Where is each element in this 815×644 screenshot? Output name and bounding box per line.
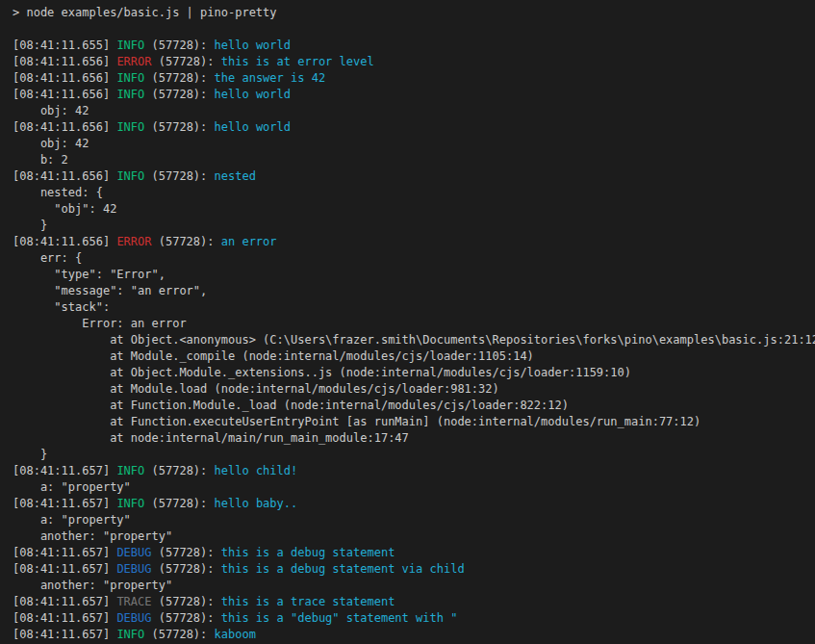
log-timestamp: [08:41:11.657] xyxy=(13,595,116,608)
log-line: [08:41:11.657] TRACE (57728): this is a … xyxy=(13,594,811,610)
log-text: Error: an error xyxy=(13,317,187,330)
log-line: [08:41:11.657] DEBUG (57728): this is a … xyxy=(13,545,811,561)
log-text: at node:internal/main/run_main_module:17… xyxy=(13,431,409,445)
log-line: "message": "an error", xyxy=(13,283,811,299)
log-timestamp: [08:41:11.656] xyxy=(13,71,116,85)
log-line: [08:41:11.657] INFO (57728): hello child… xyxy=(13,463,811,479)
log-level: INFO xyxy=(116,120,144,134)
log-timestamp: [08:41:11.656] xyxy=(13,55,116,68)
log-level: DEBUG xyxy=(116,546,151,559)
log-line: at Object.<anonymous> (C:\Users\frazer.s… xyxy=(13,332,811,348)
log-output: [08:41:11.655] INFO (57728): hello world… xyxy=(13,38,811,643)
log-line: "stack": xyxy=(13,299,811,316)
log-message: this is a debug statement via child xyxy=(221,562,465,576)
terminal-window[interactable]: > node examples/basic.js | pino-pretty [… xyxy=(0,0,815,644)
log-text: a: "property" xyxy=(13,480,131,494)
log-level: INFO xyxy=(116,88,144,101)
log-text: nested: { xyxy=(13,186,103,199)
log-line: at node:internal/main/run_main_module:17… xyxy=(13,430,811,447)
log-line: [08:41:11.656] INFO (57728): hello world xyxy=(13,119,811,136)
log-message: this is a debug statement xyxy=(221,546,395,559)
log-line: at Function.Module._load (node:internal/… xyxy=(13,398,811,414)
log-line: obj: 42 xyxy=(13,103,811,119)
log-line: at Module._compile (node:internal/module… xyxy=(13,348,811,365)
log-level: INFO xyxy=(116,497,144,510)
log-text: (57728): xyxy=(144,628,214,641)
log-message: hello world xyxy=(215,120,291,134)
log-timestamp: [08:41:11.655] xyxy=(13,39,116,52)
log-line: at Module.load (node:internal/modules/cj… xyxy=(13,381,811,398)
log-level: INFO xyxy=(116,464,144,477)
log-level: INFO xyxy=(116,71,144,85)
log-timestamp: [08:41:11.656] xyxy=(13,120,116,134)
log-message: hello child! xyxy=(215,464,298,477)
log-text: "stack": xyxy=(13,300,110,314)
log-line: at Function.executeUserEntryPoint [as ru… xyxy=(13,414,811,430)
log-level: INFO xyxy=(116,169,144,183)
log-timestamp: [08:41:11.657] xyxy=(13,497,116,510)
log-text: (57728): xyxy=(152,546,221,559)
log-text: (57728): xyxy=(152,595,221,608)
log-timestamp: [08:41:11.657] xyxy=(13,464,116,477)
log-line: a: "property" xyxy=(13,512,811,528)
log-line: [08:41:11.657] DEBUG (57728): this is a … xyxy=(13,610,811,627)
log-line: a: "property" xyxy=(13,479,811,496)
log-level: TRACE xyxy=(116,595,151,608)
log-text: } xyxy=(13,448,47,461)
log-text: err: { xyxy=(13,251,82,265)
log-timestamp: [08:41:11.657] xyxy=(13,546,116,559)
log-message: this is a "debug" statement with " xyxy=(221,611,458,625)
log-text: (57728): xyxy=(144,497,214,510)
log-text: } xyxy=(13,219,47,232)
log-timestamp: [08:41:11.657] xyxy=(13,628,116,641)
log-line: "type": "Error", xyxy=(13,267,811,283)
log-text: at Module.load (node:internal/modules/cj… xyxy=(13,382,499,396)
log-line: [08:41:11.656] INFO (57728): nested xyxy=(13,168,811,185)
log-message: hello baby.. xyxy=(215,497,298,510)
log-text: a: "property" xyxy=(13,513,131,527)
log-text: (57728): xyxy=(144,88,214,101)
log-level: INFO xyxy=(116,39,144,52)
log-line: "obj": 42 xyxy=(13,201,811,218)
log-text: another: "property" xyxy=(13,579,172,592)
log-message: an error xyxy=(221,235,277,248)
log-text: obj: 42 xyxy=(13,104,89,117)
log-line: b: 2 xyxy=(13,152,811,168)
log-text: "message": "an error", xyxy=(13,284,207,297)
log-text: at Function.Module._load (node:internal/… xyxy=(13,399,569,412)
log-message: kaboom xyxy=(215,628,256,641)
log-message: nested xyxy=(215,169,256,183)
log-level: DEBUG xyxy=(116,611,151,625)
log-message: hello world xyxy=(215,39,291,52)
log-timestamp: [08:41:11.656] xyxy=(13,235,116,248)
log-line: [08:41:11.656] INFO (57728): the answer … xyxy=(13,70,811,87)
log-text: (57728): xyxy=(152,55,221,68)
log-text: (57728): xyxy=(144,71,214,85)
log-text: (57728): xyxy=(152,235,221,248)
log-timestamp: [08:41:11.656] xyxy=(13,88,116,101)
log-line: [08:41:11.657] INFO (57728): kaboom xyxy=(13,627,811,643)
log-message: this is at error level xyxy=(221,55,374,68)
command-line: > node examples/basic.js | pino-pretty xyxy=(13,5,811,21)
log-level: ERROR xyxy=(116,55,151,68)
log-line: err: { xyxy=(13,250,811,267)
log-text: at Object.Module._extensions..js (node:i… xyxy=(13,366,631,379)
log-line: [08:41:11.656] ERROR (57728): this is at… xyxy=(13,54,811,70)
log-line: another: "property" xyxy=(13,528,811,545)
log-line: [08:41:11.657] INFO (57728): hello baby.… xyxy=(13,496,811,512)
log-message: hello world xyxy=(215,88,291,101)
log-level: DEBUG xyxy=(116,562,151,576)
log-text: (57728): xyxy=(144,120,214,134)
log-timestamp: [08:41:11.657] xyxy=(13,611,116,625)
log-message: this is a trace statement xyxy=(221,595,395,608)
log-text: obj: 42 xyxy=(13,137,89,150)
log-text: at Function.executeUserEntryPoint [as ru… xyxy=(13,415,700,428)
log-text: (57728): xyxy=(144,464,214,477)
log-line: at Object.Module._extensions..js (node:i… xyxy=(13,365,811,381)
log-text: another: "property" xyxy=(13,529,172,543)
log-message: the answer is 42 xyxy=(215,71,326,85)
log-text: (57728): xyxy=(144,169,214,183)
log-line: [08:41:11.655] INFO (57728): hello world xyxy=(13,38,811,54)
log-line: another: "property" xyxy=(13,578,811,594)
log-text: b: 2 xyxy=(13,153,68,167)
